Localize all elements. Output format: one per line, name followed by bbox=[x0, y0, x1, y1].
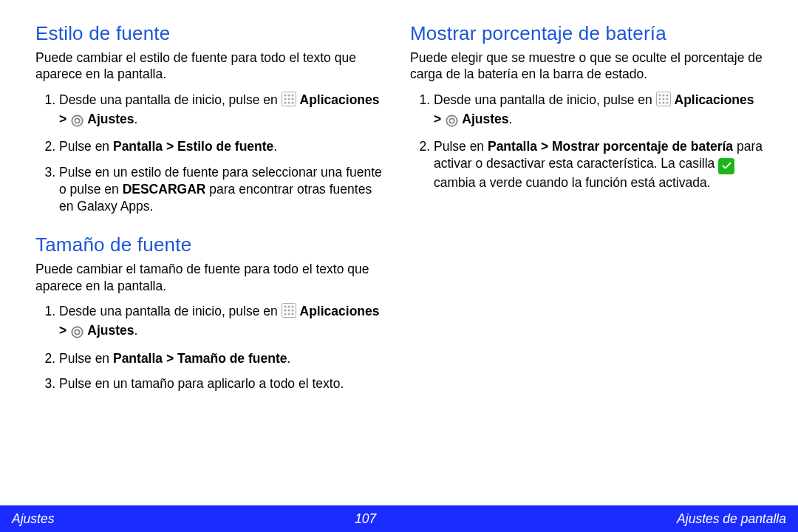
step-text: Ajustes bbox=[84, 323, 134, 338]
apps-grid-icon bbox=[656, 92, 671, 111]
page-footer: Ajustes 107 Ajustes de pantalla bbox=[0, 505, 798, 532]
svg-point-32 bbox=[666, 98, 668, 100]
right-column: Mostrar porcentaje de batería Puede eleg… bbox=[410, 22, 763, 412]
step-text: Ajustes bbox=[459, 112, 508, 126]
section-font-size: Tamaño de fuente Puede cambiar el tamaño… bbox=[35, 233, 388, 392]
svg-point-24 bbox=[75, 330, 79, 334]
step-text: Pulse en bbox=[434, 139, 488, 154]
svg-point-33 bbox=[658, 101, 661, 103]
footer-page-number: 107 bbox=[355, 511, 376, 527]
section-battery: Mostrar porcentaje de batería Puede eleg… bbox=[410, 22, 763, 191]
step-text: Pulse en bbox=[59, 351, 113, 366]
manual-page: Estilo de fuente Puede cambiar el estilo… bbox=[0, 0, 798, 532]
heading-font-style: Estilo de fuente bbox=[35, 22, 388, 45]
apps-grid-icon bbox=[282, 92, 296, 111]
intro-font-style: Puede cambiar el estilo de fuente para t… bbox=[35, 50, 388, 83]
svg-point-11 bbox=[75, 118, 79, 123]
step-text: Desde una pantalla de inicio, pulse en bbox=[59, 92, 282, 107]
svg-point-5 bbox=[287, 98, 290, 100]
svg-point-19 bbox=[291, 309, 293, 311]
svg-point-27 bbox=[658, 94, 661, 96]
content-columns: Estilo de fuente Puede cambiar el estilo… bbox=[35, 22, 763, 412]
svg-point-35 bbox=[666, 101, 668, 103]
gear-icon bbox=[70, 324, 84, 341]
step-text: Pulse en un tamaño para aplicarlo a todo… bbox=[59, 376, 344, 391]
svg-point-15 bbox=[287, 305, 290, 307]
svg-point-37 bbox=[449, 118, 454, 123]
heading-font-size: Tamaño de fuente bbox=[35, 233, 388, 256]
steps-font-style: Desde una pantalla de inicio, pulse en bbox=[35, 92, 388, 215]
gear-icon bbox=[445, 113, 459, 130]
left-column: Estilo de fuente Puede cambiar el estilo… bbox=[35, 22, 388, 412]
svg-point-1 bbox=[284, 94, 286, 96]
svg-point-4 bbox=[284, 98, 286, 100]
step-text: Pantalla > Mostrar porcentaje de batería bbox=[488, 139, 733, 154]
steps-battery: Desde una pantalla de inicio, pulse en bbox=[410, 92, 763, 191]
svg-point-30 bbox=[658, 98, 661, 100]
list-item: Desde una pantalla de inicio, pulse en bbox=[59, 92, 388, 130]
section-font-style: Estilo de fuente Puede cambiar el estilo… bbox=[35, 22, 388, 214]
svg-point-2 bbox=[287, 94, 290, 96]
svg-point-6 bbox=[291, 98, 293, 100]
svg-point-14 bbox=[284, 305, 286, 307]
step-text: cambia a verde cuando la función está ac… bbox=[434, 175, 711, 190]
intro-battery: Puede elegir que se muestre o que se ocu… bbox=[410, 50, 763, 83]
svg-point-8 bbox=[287, 101, 290, 103]
step-text: Pulse en bbox=[59, 139, 113, 154]
step-text: . bbox=[287, 351, 290, 366]
footer-left: Ajustes bbox=[12, 511, 54, 527]
svg-point-22 bbox=[291, 313, 293, 315]
svg-point-18 bbox=[287, 309, 290, 311]
step-text: Desde una pantalla de inicio, pulse en bbox=[434, 92, 656, 107]
step-text: . bbox=[509, 112, 513, 126]
gear-icon bbox=[70, 113, 84, 130]
svg-point-28 bbox=[662, 94, 664, 96]
intro-font-size: Puede cambiar el tamaño de fuente para t… bbox=[35, 261, 388, 294]
list-item: Pulse en Pantalla > Tamaño de fuente. bbox=[59, 350, 388, 367]
step-text: . bbox=[134, 323, 138, 338]
svg-point-29 bbox=[666, 94, 668, 96]
list-item: Pulse en Pantalla > Mostrar porcentaje d… bbox=[434, 138, 763, 191]
step-text: . bbox=[273, 139, 277, 154]
list-item: Desde una pantalla de inicio, pulse en bbox=[434, 92, 763, 130]
svg-point-9 bbox=[291, 101, 293, 103]
svg-point-17 bbox=[284, 309, 286, 311]
footer-right: Ajustes de pantalla bbox=[677, 511, 786, 527]
svg-point-31 bbox=[662, 98, 664, 100]
svg-point-3 bbox=[291, 94, 293, 96]
checkbox-checked-icon bbox=[718, 158, 734, 174]
step-text: Pantalla > Estilo de fuente bbox=[113, 139, 273, 154]
list-item: Desde una pantalla de inicio, pulse en bbox=[59, 303, 388, 341]
heading-battery: Mostrar porcentaje de batería bbox=[410, 22, 763, 45]
step-text: . bbox=[134, 112, 138, 126]
svg-point-34 bbox=[662, 101, 664, 103]
svg-point-20 bbox=[284, 313, 286, 315]
list-item: Pulse en un tamaño para aplicarlo a todo… bbox=[59, 375, 388, 392]
step-text: DESCARGAR bbox=[123, 182, 206, 197]
apps-grid-icon bbox=[282, 303, 296, 322]
list-item: Pulse en Pantalla > Estilo de fuente. bbox=[59, 138, 388, 155]
steps-font-size: Desde una pantalla de inicio, pulse en bbox=[35, 303, 388, 392]
svg-point-21 bbox=[287, 313, 290, 315]
step-text: Ajustes bbox=[84, 112, 134, 126]
svg-point-7 bbox=[284, 101, 286, 103]
step-text: Pantalla > Tamaño de fuente bbox=[113, 351, 287, 366]
list-item: Pulse en un estilo de fuente para selecc… bbox=[59, 164, 388, 214]
svg-point-16 bbox=[291, 305, 293, 307]
step-text: Desde una pantalla de inicio, pulse en bbox=[59, 304, 282, 318]
